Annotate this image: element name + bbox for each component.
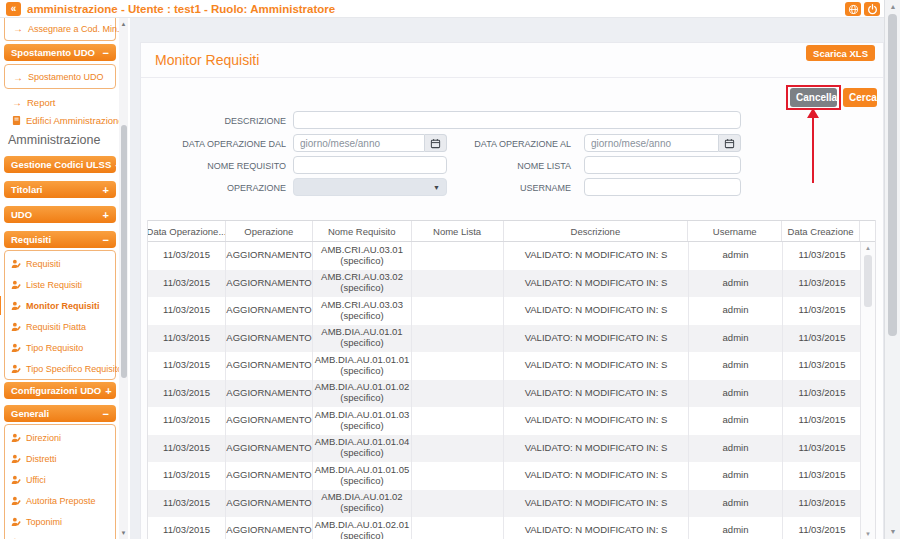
table-row[interactable]: 11/03/2015AGGIORNAMENTOAMB.CRI.AU.03.01(… <box>148 242 875 270</box>
sidebar-item-label: Toponimi <box>26 517 62 527</box>
calendar-al-button[interactable] <box>719 134 741 152</box>
column-header[interactable]: Operazione <box>226 221 313 241</box>
page-scrollbar[interactable]: ▲ ▼ <box>884 0 900 539</box>
column-header[interactable]: Data Creazione <box>782 221 860 241</box>
nome-requisito-label: NOME REQUISITO <box>141 161 286 171</box>
table-cell <box>412 380 504 408</box>
table-cell: AMB.DIA.AU.01.02.01(specifico) <box>313 517 412 539</box>
sidebar-item-report[interactable]: → Report <box>4 94 118 111</box>
table-cell: AMB.CRI.AU.03.01(specifico) <box>313 242 412 270</box>
table-row[interactable]: 11/03/2015AGGIORNAMENTOAMB.DIA.AU.01.01(… <box>148 325 875 353</box>
table-cell: admin <box>689 490 783 518</box>
scroll-down-icon[interactable]: ▼ <box>861 531 875 537</box>
download-xls-button[interactable]: Scarica XLS <box>806 45 875 61</box>
username-input[interactable] <box>584 178 741 196</box>
power-icon <box>867 4 878 15</box>
operazione-select[interactable]: ▼ <box>293 178 447 196</box>
clear-button[interactable]: Cancella <box>790 88 837 107</box>
sidebar-collapse-button[interactable]: « <box>6 2 21 16</box>
building-book-icon <box>12 115 21 126</box>
sidebar-item-liste-requisiti[interactable]: Liste Requisiti <box>5 274 115 295</box>
column-header[interactable]: Username <box>688 221 782 241</box>
sidebar-item-tipo-atto[interactable]: Tipo Atto <box>5 532 115 539</box>
sidebar-item-toponimi[interactable]: Toponimi <box>5 511 115 532</box>
table-row[interactable]: 11/03/2015AGGIORNAMENTOAMB.DIA.AU.01.02(… <box>148 490 875 518</box>
sidebar-item-spostamento-udo[interactable]: → Spostamento UDO <box>5 67 115 87</box>
table-cell: 11/03/2015 <box>148 325 226 353</box>
sidebar-scrollbar-thumb[interactable] <box>121 125 127 378</box>
table-row[interactable]: 11/03/2015AGGIORNAMENTOAMB.DIA.AU.01.01.… <box>148 435 875 463</box>
sidebar-section-spostamento-udo[interactable]: Spostamento UDO − <box>4 44 116 61</box>
sidebar-section-requisiti[interactable]: Requisiti − <box>4 231 116 248</box>
requisiti-group: RequisitiListe RequisitiMonitor Requisit… <box>4 250 116 380</box>
sidebar-scrollbar[interactable]: ▲ ▼ <box>119 18 128 539</box>
sidebar-item-requisiti[interactable]: Requisiti <box>5 253 115 274</box>
results-table: Data Operazione...OperazioneNome Requisi… <box>147 220 876 539</box>
page-scrollbar-thumb[interactable] <box>888 14 897 336</box>
table-cell: 11/03/2015 <box>148 297 226 325</box>
descrizione-input[interactable] <box>293 111 741 129</box>
sidebar-item-assegnare-a-cod-min[interactable]: → Assegnare a Cod. Min. <box>5 20 115 37</box>
logout-button[interactable] <box>864 2 880 16</box>
sidebar-item-uffici[interactable]: Uffici <box>5 469 115 490</box>
column-header[interactable]: Nome Requisito <box>313 221 412 241</box>
sidebar-item-requisiti-piatta[interactable]: Requisiti Piatta <box>5 316 115 337</box>
table-row[interactable]: 11/03/2015AGGIORNAMENTOAMB.DIA.AU.01.01.… <box>148 352 875 380</box>
sidebar-item-tipo-requisito[interactable]: Tipo Requisito <box>5 337 115 358</box>
data-operazione-al-input[interactable] <box>584 134 719 152</box>
user-edit-icon <box>11 322 22 332</box>
sidebar-item-monitor-requisiti[interactable]: Monitor Requisiti <box>5 295 115 316</box>
username-label: USERNAME <box>426 183 571 193</box>
table-scrollbar[interactable]: ▲ ▼ <box>860 242 875 539</box>
nome-requisito-input[interactable] <box>293 156 447 174</box>
table-cell: VALIDATO: N MODIFICATO IN: S <box>504 435 689 463</box>
sidebar-section-gestione-codici-ulss[interactable]: Gestione Codici ULSS + <box>4 156 116 173</box>
table-cell: VALIDATO: N MODIFICATO IN: S <box>504 352 689 380</box>
sidebar-item-edifici-amministrazione[interactable]: Edifici Amministrazione <box>4 112 118 129</box>
table-cell: 11/03/2015 <box>148 517 226 539</box>
scroll-up-icon[interactable]: ▲ <box>119 21 128 27</box>
table-cell: VALIDATO: N MODIFICATO IN: S <box>504 270 689 298</box>
section-label: Spostamento UDO <box>11 47 95 58</box>
column-header[interactable]: Descrizione <box>504 221 689 241</box>
data-operazione-dal-input[interactable] <box>293 134 425 152</box>
sidebar-section-udo[interactable]: UDO + <box>4 206 116 223</box>
table-cell: AMB.CRI.AU.03.03(specifico) <box>313 297 412 325</box>
search-button[interactable]: Cerca <box>843 88 877 107</box>
sidebar-item-tipo-specifico-requisito[interactable]: Tipo Specifico Requisito <box>5 358 115 379</box>
table-row[interactable]: 11/03/2015AGGIORNAMENTOAMB.DIA.AU.01.01.… <box>148 407 875 435</box>
sidebar: → Assegnare a Cod. Min. Spostamento UDO … <box>0 18 130 539</box>
sidebar-item-label: Spostamento UDO <box>28 72 104 82</box>
table-cell <box>412 325 504 353</box>
table-cell <box>412 462 504 490</box>
user-edit-icon <box>11 454 22 464</box>
table-row[interactable]: 11/03/2015AGGIORNAMENTOAMB.DIA.AU.01.01.… <box>148 380 875 408</box>
collapse-minus-icon: − <box>103 234 109 246</box>
nome-lista-input[interactable] <box>584 156 741 174</box>
table-row[interactable]: 11/03/2015AGGIORNAMENTOAMB.CRI.AU.03.02(… <box>148 270 875 298</box>
table-cell: admin <box>689 270 783 298</box>
sidebar-section-generali[interactable]: Generali − <box>4 405 116 422</box>
scroll-up-icon[interactable]: ▲ <box>885 2 900 12</box>
scroll-up-icon[interactable]: ▲ <box>861 245 875 251</box>
calendar-icon <box>724 138 735 149</box>
column-header[interactable]: Data Operazione... <box>148 221 226 241</box>
table-cell: AMB.DIA.AU.01.01(specifico) <box>313 325 412 353</box>
sidebar-item-direzioni[interactable]: Direzioni <box>5 427 115 448</box>
table-row[interactable]: 11/03/2015AGGIORNAMENTOAMB.CRI.AU.03.03(… <box>148 297 875 325</box>
scroll-down-icon[interactable]: ▼ <box>119 530 128 536</box>
column-header[interactable]: Nome Lista <box>412 221 504 241</box>
sidebar-section-titolari[interactable]: Titolari + <box>4 181 116 198</box>
sidebar-section-configurazioni-udo[interactable]: Configurazioni UDO + <box>4 382 116 399</box>
language-button[interactable] <box>845 2 861 16</box>
user-edit-icon <box>11 517 22 527</box>
table-scrollbar-thumb[interactable] <box>864 255 872 307</box>
table-cell: 11/03/2015 <box>148 490 226 518</box>
operazione-label: OPERAZIONE <box>141 183 286 193</box>
sidebar-item-distretti[interactable]: Distretti <box>5 448 115 469</box>
table-row[interactable]: 11/03/2015AGGIORNAMENTOAMB.DIA.AU.01.02.… <box>148 517 875 539</box>
table-row[interactable]: 11/03/2015AGGIORNAMENTOAMB.DIA.AU.01.01.… <box>148 462 875 490</box>
generali-group: DirezioniDistrettiUfficiAutorita Prepost… <box>4 424 116 539</box>
sidebar-item-autorita-preposte[interactable]: Autorita Preposte <box>5 490 115 511</box>
scroll-down-icon[interactable]: ▼ <box>885 527 900 537</box>
